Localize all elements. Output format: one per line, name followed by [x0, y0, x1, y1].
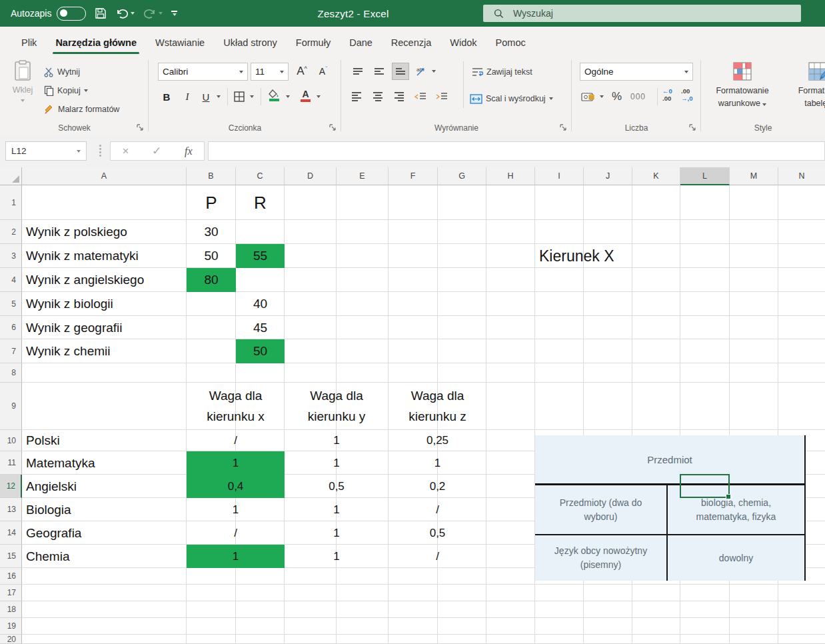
tab-wstawianie[interactable]: Wstawianie — [146, 37, 214, 56]
formula-input[interactable] — [209, 142, 825, 161]
bold-button[interactable]: B — [159, 88, 174, 105]
row-header-20[interactable]: 20 — [0, 635, 22, 644]
column-header-L[interactable]: L — [680, 167, 730, 185]
cell-A6[interactable]: Wynik z geografii — [22, 316, 187, 339]
row-header-5[interactable]: 5 — [0, 292, 22, 316]
tab-uklad-strony[interactable]: Układ strony — [214, 37, 287, 56]
cell-F9:G9[interactable]: Waga dla kierunku z — [389, 383, 486, 430]
cut-button[interactable]: Wytnij — [44, 64, 80, 80]
cell-F10:G10[interactable]: 0,25 — [389, 430, 486, 451]
row-header-3[interactable]: 3 — [0, 244, 22, 268]
align-right-icon[interactable] — [391, 88, 408, 105]
tab-pomoc[interactable]: Pomoc — [486, 37, 535, 56]
grow-font-button[interactable]: A^ — [293, 63, 311, 80]
row-header-2[interactable]: 2 — [0, 220, 22, 244]
column-header-E[interactable]: E — [337, 167, 389, 185]
alignment-dialog-launcher-icon[interactable] — [560, 124, 568, 132]
number-format-select[interactable]: Ogólne — [580, 63, 693, 81]
cell-A15[interactable]: Chemia — [22, 545, 187, 568]
cell-A12[interactable]: Angielski — [22, 475, 187, 498]
cell-D12:E12[interactable]: 0,5 — [285, 475, 389, 498]
undo-dropdown-icon[interactable] — [131, 12, 135, 15]
borders-icon[interactable] — [234, 88, 245, 105]
row-header-4[interactable]: 4 — [0, 268, 22, 292]
cell-F11:G11[interactable]: 1 — [389, 451, 486, 475]
cell-D13:E13[interactable]: 1 — [285, 498, 389, 521]
active-cell-selection[interactable] — [680, 474, 730, 498]
embedded-table-image[interactable]: Przedmiot Przedmioty (dwa do wyboru) bio… — [535, 435, 806, 581]
column-header-F[interactable]: F — [389, 167, 438, 185]
merge-center-button[interactable]: Scal i wyśrodkuj — [470, 91, 553, 107]
percent-style-button[interactable]: % — [612, 88, 622, 105]
cell-C6[interactable]: 45 — [236, 316, 285, 339]
cell-C3[interactable]: 55 — [236, 244, 285, 268]
search-input[interactable] — [512, 7, 768, 19]
font-color-dropdown-icon[interactable] — [317, 95, 321, 98]
column-header-J[interactable]: J — [584, 167, 632, 185]
column-header-B[interactable]: B — [187, 167, 236, 185]
row-header-18[interactable]: 18 — [0, 601, 22, 618]
cell-D15:E15[interactable]: 1 — [285, 545, 389, 568]
name-box[interactable]: L12 — [5, 141, 87, 161]
cell-F12:G12[interactable]: 0,2 — [389, 475, 486, 498]
number-dialog-launcher-icon[interactable] — [689, 124, 697, 132]
formula-bar-drag-handle[interactable] — [99, 145, 101, 157]
tab-dane[interactable]: Dane — [340, 37, 382, 56]
merge-dropdown-icon[interactable] — [549, 97, 553, 100]
tab-narzedzia-glowne[interactable]: Narzędzia główne — [46, 37, 146, 56]
underline-button[interactable]: U — [199, 88, 213, 105]
tab-recenzja[interactable]: Recenzja — [382, 37, 440, 56]
cell-B12:C12[interactable]: 0,4 — [187, 475, 285, 498]
row-header-15[interactable]: 15 — [0, 545, 22, 568]
insert-function-icon[interactable]: fx — [185, 145, 193, 157]
column-header-C[interactable]: C — [236, 167, 285, 185]
cell-B14:C14[interactable]: / — [187, 521, 285, 545]
row-header-17[interactable]: 17 — [0, 585, 22, 601]
cell-D14:E14[interactable]: 1 — [285, 521, 389, 545]
align-bottom-icon[interactable] — [392, 63, 409, 80]
column-header-M[interactable]: M — [730, 167, 778, 185]
undo-button[interactable] — [115, 7, 135, 19]
accounting-format-icon[interactable] — [581, 88, 596, 105]
cell-B9:C9[interactable]: Waga dla kierunku x — [187, 383, 285, 430]
row-header-16[interactable]: 16 — [0, 568, 22, 585]
format-as-table-button[interactable]: Formatuj ja tabelę — [782, 61, 825, 111]
cell-D11:E11[interactable]: 1 — [285, 451, 389, 475]
cell-A11[interactable]: Matematyka — [22, 451, 187, 475]
italic-button[interactable]: I — [181, 88, 194, 105]
select-all-button[interactable] — [0, 167, 22, 185]
cell-A10[interactable]: Polski — [22, 430, 187, 451]
tab-plik[interactable]: Plik — [12, 37, 46, 56]
align-left-icon[interactable] — [348, 88, 365, 105]
tab-formuly[interactable]: Formuły — [287, 37, 340, 56]
align-top-icon[interactable] — [349, 63, 367, 80]
orientation-icon[interactable]: ab — [416, 63, 427, 80]
row-header-13[interactable]: 13 — [0, 498, 22, 521]
decrease-indent-icon[interactable] — [414, 88, 426, 105]
align-middle-icon[interactable] — [371, 63, 388, 80]
increase-decimal-button[interactable]: ←0.00 — [662, 87, 672, 104]
font-name-select[interactable]: Calibri — [158, 63, 248, 81]
cell-B2[interactable]: 30 — [187, 220, 236, 244]
formula-input-box[interactable] — [208, 141, 825, 161]
cell-F14:G14[interactable]: 0,5 — [389, 521, 486, 545]
row-header-7[interactable]: 7 — [0, 339, 22, 363]
cell-A2[interactable]: Wynik z polskiego — [22, 220, 187, 244]
cell-C1[interactable]: R — [236, 185, 285, 220]
tab-widok[interactable]: Widok — [440, 37, 486, 56]
cell-C7[interactable]: 50 — [236, 339, 285, 363]
row-header-9[interactable]: 9 — [0, 383, 22, 430]
search-box[interactable] — [483, 5, 801, 22]
autosave-toggle[interactable]: Autozapis — [11, 7, 86, 21]
cell-B4[interactable]: 80 — [187, 268, 236, 292]
shrink-font-button[interactable]: Aˇ — [314, 63, 333, 80]
cell-B3[interactable]: 50 — [187, 244, 236, 268]
cell-A5[interactable]: Wynik z biologii — [22, 292, 187, 316]
comma-style-button[interactable]: 000 — [630, 88, 646, 105]
increase-indent-icon[interactable] — [436, 88, 448, 105]
borders-dropdown-icon[interactable] — [250, 95, 254, 98]
cell-B10:C10[interactable]: / — [187, 430, 285, 451]
fill-color-icon[interactable] — [269, 87, 280, 104]
column-header-I[interactable]: I — [535, 167, 584, 185]
format-painter-button[interactable]: Malarz formatów — [44, 101, 119, 117]
